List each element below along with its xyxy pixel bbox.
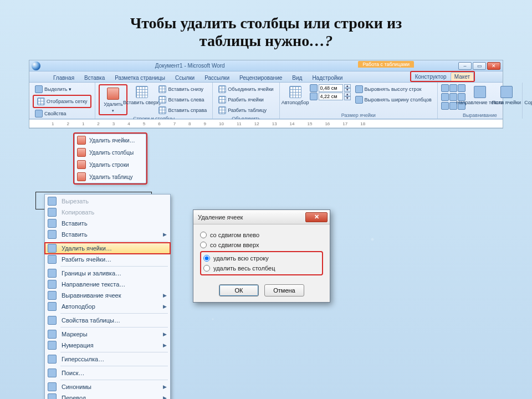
menu-item-label: Автоподбор [59,303,161,310]
distribute-cols-button[interactable]: Выровнять ширину столбцов [353,95,434,105]
opt-shift-left[interactable]: со сдвигом влево [200,230,323,240]
context-menu-item[interactable]: Нумерация▶ [45,340,170,351]
context-menu-item[interactable]: Границы и заливка… [45,268,170,279]
menu-item-label: Направление текста… [59,281,167,288]
titlebar: Документ1 - Microsoft Word Работа с табл… [29,60,503,71]
align-tr-icon[interactable] [458,84,466,92]
select-button[interactable]: Выделить ▾ [33,84,91,94]
context-menu-item[interactable]: Автоподбор▶ [45,301,170,312]
opt-delete-col[interactable]: удалить весь столбец [203,263,320,273]
split-cells-button[interactable]: Разбить ячейки [216,95,275,105]
show-grid-button[interactable]: Отобразить сетку [35,96,89,106]
menu-delete-cols[interactable]: Удалить столбцы [75,146,146,158]
ruler-mark: 5 [143,121,145,126]
submenu-arrow-icon: ▶ [161,293,167,298]
spin-down[interactable]: ▼ [344,88,351,92]
spin-down[interactable]: ▼ [344,96,351,100]
menu-delete-cells[interactable]: Удалить ячейки… [75,134,146,146]
ruler-mark: 2 [97,121,99,126]
context-menu: ВырезатьКопироватьВставитьВставить▶Удали… [44,194,171,399]
context-menu-item[interactable]: Разбить ячейки… [45,254,170,265]
menu-item-label: Нумерация [59,342,161,349]
menu-item-label: Вырезать [59,198,167,204]
align-tl-icon[interactable] [441,84,449,92]
tab-references[interactable]: Ссылки [170,73,200,82]
ruler-mark: 18 [360,121,365,126]
align-tc-icon[interactable] [449,84,457,92]
col-width-input[interactable] [319,93,343,100]
ruler-mark: 1 [82,121,84,126]
close-button[interactable]: ✕ [487,62,500,70]
ruler-mark: 12 [254,121,259,126]
radio-shift-left[interactable] [200,232,207,238]
context-menu-item[interactable]: Поиск… [45,367,170,378]
spin-up[interactable]: ▲ [344,84,351,88]
context-menu-item[interactable]: Направление текста… [45,279,170,290]
minimize-button[interactable]: – [458,62,472,70]
tab-layout[interactable]: Макет [451,72,474,81]
context-menu-item[interactable]: Вставить▶ [45,229,170,240]
insert-left-button[interactable]: Вставить слева [156,95,209,105]
properties-button[interactable]: Свойства [33,109,91,119]
delete-dropdown: Удалить ячейки… Удалить столбцы Удалить … [74,134,146,183]
autofit-button[interactable]: Автоподбор [283,84,308,106]
office-orb-icon[interactable] [32,62,40,70]
ruler-mark: 7 [173,121,176,126]
spin-up[interactable]: ▲ [344,93,351,96]
text-direction-button[interactable]: Направление текста [468,84,492,106]
sort-button[interactable]: Сортировка [526,84,532,106]
menu-item-icon [48,197,57,206]
dialog-close-button[interactable]: ✕ [305,212,328,222]
tab-design[interactable]: Конструктор [411,72,451,81]
row-height-input[interactable] [319,84,343,92]
distribute-rows-button[interactable]: Выровнять высоту строк [353,84,434,94]
group-align-label: Выравнивание [441,112,519,118]
context-menu-item[interactable]: Удалить ячейки… [45,243,170,254]
dist-cols-icon [355,96,363,104]
opt-delete-row[interactable]: удалить всю строку [203,253,320,263]
merge-cells-button[interactable]: Объединить ячейки [216,84,275,94]
menu-item-icon [48,219,57,228]
maximize-button[interactable]: ▭ [473,62,486,70]
context-menu-item[interactable]: Синонимы▶ [45,381,170,392]
opt-shift-up[interactable]: со сдвигом вверх [200,240,323,250]
row-height-spinner[interactable]: ▲▼ [310,84,351,92]
align-ml-icon[interactable] [441,93,449,101]
context-menu-item[interactable]: Маркеры▶ [45,329,170,340]
insert-above-button[interactable]: Вставить сверху [130,84,154,106]
ok-button[interactable]: ОК [219,284,259,296]
slide-title: Чтобы удалить столбцы или строки из табл… [0,0,532,58]
split-table-icon [218,106,226,114]
radio-shift-up[interactable] [200,242,207,248]
margins-icon [500,86,513,98]
tab-view[interactable]: Вид [287,73,307,82]
split-table-button[interactable]: Разбить таблицу [216,105,275,115]
context-menu-item[interactable]: Свойства таблицы… [45,315,170,326]
tab-pagelayout[interactable]: Разметка страницы [110,73,170,82]
context-menu-item[interactable]: Выравнивание ячеек▶ [45,290,170,301]
merge-icon [218,85,226,93]
tab-home[interactable]: Главная [48,73,79,82]
col-width-spinner[interactable]: ▲▼ [310,93,351,100]
menu-delete-rows[interactable]: Удалить строки [75,158,146,171]
menu-item-label: Синонимы [59,383,161,390]
radio-delete-col[interactable] [203,265,210,272]
menu-delete-table[interactable]: Удалить таблицу [75,171,146,183]
align-bl-icon[interactable] [441,102,449,110]
cancel-button[interactable]: Отмена [264,284,304,296]
tab-insert[interactable]: Вставка [79,73,110,82]
context-menu-item[interactable]: Гиперссылка… [45,354,170,365]
tab-review[interactable]: Рецензирование [234,73,287,82]
tab-mailings[interactable]: Рассылки [200,73,234,82]
ribbon: Выделить ▾ Отобразить сетку Свойства Таб… [29,83,503,119]
insert-right-button[interactable]: Вставить справа [156,105,209,115]
delete-button[interactable]: Удалить▾ [101,86,125,114]
tab-addins[interactable]: Надстройки [307,73,347,82]
menu-item-icon [48,244,57,253]
radio-delete-row[interactable] [203,255,210,262]
context-menu-item[interactable]: Вставить [45,218,170,229]
cell-margins-button[interactable]: Поля ячейки [494,84,519,106]
insert-below-button[interactable]: Вставить снизу [156,84,209,94]
context-menu-item[interactable]: Перевод▶ [45,392,170,399]
ruler-mark: 10 [219,121,224,126]
